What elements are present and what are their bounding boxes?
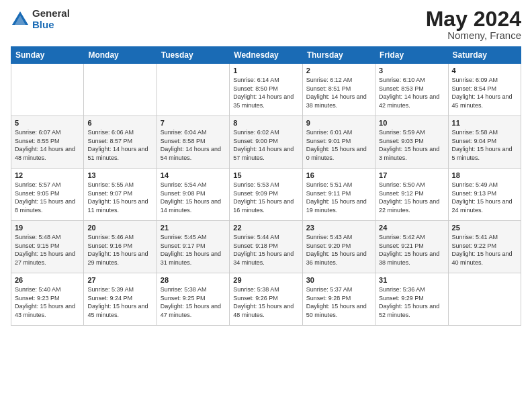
- calendar-body: 1 Sunrise: 6:14 AM Sunset: 8:50 PM Dayli…: [11, 64, 521, 326]
- calendar-cell: 25 Sunrise: 5:41 AM Sunset: 9:22 PM Dayl…: [448, 221, 521, 273]
- header-thursday: Thursday: [302, 47, 375, 64]
- day-info: Sunrise: 5:40 AM Sunset: 9:23 PM Dayligh…: [15, 285, 80, 319]
- header-monday: Monday: [84, 47, 157, 64]
- day-info: Sunrise: 5:57 AM Sunset: 9:05 PM Dayligh…: [15, 181, 80, 214]
- day-info: Sunrise: 5:59 AM Sunset: 9:03 PM Dayligh…: [379, 128, 444, 162]
- day-info: Sunrise: 5:55 AM Sunset: 9:07 PM Dayligh…: [87, 181, 152, 214]
- calendar-cell: 7 Sunrise: 6:04 AM Sunset: 8:58 PM Dayli…: [157, 116, 229, 169]
- calendar-cell: 15 Sunrise: 5:53 AM Sunset: 9:09 PM Dayl…: [230, 169, 302, 221]
- day-info: Sunrise: 6:07 AM Sunset: 8:55 PM Dayligh…: [15, 128, 80, 162]
- day-info: Sunrise: 6:12 AM Sunset: 8:51 PM Dayligh…: [306, 76, 371, 109]
- day-info: Sunrise: 5:44 AM Sunset: 9:18 PM Dayligh…: [233, 233, 298, 267]
- logo-text: General Blue: [32, 8, 70, 30]
- calendar-cell: 24 Sunrise: 5:42 AM Sunset: 9:21 PM Dayl…: [375, 221, 448, 273]
- day-info: Sunrise: 5:48 AM Sunset: 9:15 PM Dayligh…: [15, 233, 80, 267]
- day-number: 6: [87, 119, 152, 127]
- day-number: 24: [379, 224, 444, 232]
- day-number: 19: [15, 224, 80, 232]
- day-info: Sunrise: 5:50 AM Sunset: 9:12 PM Dayligh…: [379, 181, 444, 214]
- day-info: Sunrise: 5:58 AM Sunset: 9:04 PM Dayligh…: [452, 128, 517, 162]
- day-number: 18: [452, 171, 517, 179]
- day-info: Sunrise: 6:01 AM Sunset: 9:01 PM Dayligh…: [306, 128, 371, 162]
- calendar-cell: 31 Sunrise: 5:36 AM Sunset: 9:29 PM Dayl…: [375, 273, 448, 326]
- day-number: 7: [161, 119, 226, 127]
- calendar-cell: 22 Sunrise: 5:44 AM Sunset: 9:18 PM Dayl…: [230, 221, 302, 273]
- calendar-cell: [157, 64, 229, 116]
- day-number: 2: [306, 66, 371, 75]
- day-info: Sunrise: 5:43 AM Sunset: 9:20 PM Dayligh…: [306, 233, 371, 267]
- day-number: 25: [452, 224, 517, 232]
- day-number: 31: [379, 276, 444, 284]
- calendar-cell: 5 Sunrise: 6:07 AM Sunset: 8:55 PM Dayli…: [11, 116, 84, 169]
- calendar-week-3: 12 Sunrise: 5:57 AM Sunset: 9:05 PM Dayl…: [11, 169, 521, 221]
- day-info: Sunrise: 6:10 AM Sunset: 8:53 PM Dayligh…: [379, 76, 444, 109]
- day-info: Sunrise: 5:51 AM Sunset: 9:11 PM Dayligh…: [306, 181, 371, 214]
- day-number: 30: [306, 276, 371, 284]
- calendar-cell: 14 Sunrise: 5:54 AM Sunset: 9:08 PM Dayl…: [157, 169, 229, 221]
- day-info: Sunrise: 5:49 AM Sunset: 9:13 PM Dayligh…: [452, 181, 517, 214]
- logo-blue: Blue: [32, 19, 70, 31]
- day-info: Sunrise: 6:09 AM Sunset: 8:54 PM Dayligh…: [452, 76, 517, 109]
- logo-general: General: [32, 8, 70, 19]
- header-saturday: Saturday: [448, 47, 521, 64]
- calendar-cell: 23 Sunrise: 5:43 AM Sunset: 9:20 PM Dayl…: [302, 221, 375, 273]
- day-info: Sunrise: 6:06 AM Sunset: 8:57 PM Dayligh…: [87, 128, 152, 162]
- day-number: 29: [233, 276, 298, 284]
- day-info: Sunrise: 5:37 AM Sunset: 9:28 PM Dayligh…: [306, 285, 371, 319]
- logo-icon: [11, 10, 30, 29]
- day-info: Sunrise: 5:46 AM Sunset: 9:16 PM Dayligh…: [87, 233, 152, 267]
- day-info: Sunrise: 5:39 AM Sunset: 9:24 PM Dayligh…: [87, 285, 152, 319]
- calendar-cell: 26 Sunrise: 5:40 AM Sunset: 9:23 PM Dayl…: [11, 273, 84, 326]
- calendar-cell: [84, 64, 157, 116]
- title-block: May 2024 Nomeny, France: [426, 8, 521, 41]
- title-location: Nomeny, France: [426, 30, 521, 41]
- calendar-cell: 1 Sunrise: 6:14 AM Sunset: 8:50 PM Dayli…: [230, 64, 302, 116]
- calendar-cell: 11 Sunrise: 5:58 AM Sunset: 9:04 PM Dayl…: [448, 116, 521, 169]
- calendar-cell: 19 Sunrise: 5:48 AM Sunset: 9:15 PM Dayl…: [11, 221, 84, 273]
- header-tuesday: Tuesday: [157, 47, 229, 64]
- calendar-page: General Blue May 2024 Nomeny, France Sun…: [0, 0, 532, 411]
- day-number: 14: [161, 171, 226, 179]
- calendar-table: Sunday Monday Tuesday Wednesday Thursday…: [11, 46, 521, 326]
- header-friday: Friday: [375, 47, 448, 64]
- day-info: Sunrise: 6:14 AM Sunset: 8:50 PM Dayligh…: [233, 76, 298, 109]
- day-number: 23: [306, 224, 371, 232]
- day-info: Sunrise: 5:42 AM Sunset: 9:21 PM Dayligh…: [379, 233, 444, 267]
- day-number: 16: [306, 171, 371, 179]
- day-number: 22: [233, 224, 298, 232]
- title-month: May 2024: [426, 8, 521, 30]
- calendar-week-5: 26 Sunrise: 5:40 AM Sunset: 9:23 PM Dayl…: [11, 273, 521, 326]
- day-number: 26: [15, 276, 80, 284]
- day-number: 27: [87, 276, 152, 284]
- day-number: 4: [452, 66, 517, 75]
- day-number: 21: [161, 224, 226, 232]
- day-info: Sunrise: 5:38 AM Sunset: 9:25 PM Dayligh…: [161, 285, 226, 319]
- calendar-cell: 17 Sunrise: 5:50 AM Sunset: 9:12 PM Dayl…: [375, 169, 448, 221]
- calendar-cell: 21 Sunrise: 5:45 AM Sunset: 9:17 PM Dayl…: [157, 221, 229, 273]
- calendar-cell: 16 Sunrise: 5:51 AM Sunset: 9:11 PM Dayl…: [302, 169, 375, 221]
- day-number: 11: [452, 119, 517, 127]
- day-number: 17: [379, 171, 444, 179]
- calendar-cell: 27 Sunrise: 5:39 AM Sunset: 9:24 PM Dayl…: [84, 273, 157, 326]
- header-sunday: Sunday: [11, 47, 84, 64]
- day-number: 15: [233, 171, 298, 179]
- calendar-cell: [11, 64, 84, 116]
- calendar-cell: 2 Sunrise: 6:12 AM Sunset: 8:51 PM Dayli…: [302, 64, 375, 116]
- day-number: 5: [15, 119, 80, 127]
- calendar-header-row: Sunday Monday Tuesday Wednesday Thursday…: [11, 47, 521, 64]
- day-info: Sunrise: 5:36 AM Sunset: 9:29 PM Dayligh…: [379, 285, 444, 319]
- header-wednesday: Wednesday: [230, 47, 302, 64]
- calendar-cell: 3 Sunrise: 6:10 AM Sunset: 8:53 PM Dayli…: [375, 64, 448, 116]
- calendar-cell: 9 Sunrise: 6:01 AM Sunset: 9:01 PM Dayli…: [302, 116, 375, 169]
- calendar-cell: 4 Sunrise: 6:09 AM Sunset: 8:54 PM Dayli…: [448, 64, 521, 116]
- calendar-cell: 6 Sunrise: 6:06 AM Sunset: 8:57 PM Dayli…: [84, 116, 157, 169]
- day-info: Sunrise: 5:41 AM Sunset: 9:22 PM Dayligh…: [452, 233, 517, 267]
- day-info: Sunrise: 5:53 AM Sunset: 9:09 PM Dayligh…: [233, 181, 298, 214]
- day-number: 1: [233, 66, 298, 75]
- logo: General Blue: [11, 8, 70, 30]
- calendar-cell: 18 Sunrise: 5:49 AM Sunset: 9:13 PM Dayl…: [448, 169, 521, 221]
- day-info: Sunrise: 6:02 AM Sunset: 9:00 PM Dayligh…: [233, 128, 298, 162]
- calendar-cell: 13 Sunrise: 5:55 AM Sunset: 9:07 PM Dayl…: [84, 169, 157, 221]
- day-info: Sunrise: 5:38 AM Sunset: 9:26 PM Dayligh…: [233, 285, 298, 319]
- day-number: 10: [379, 119, 444, 127]
